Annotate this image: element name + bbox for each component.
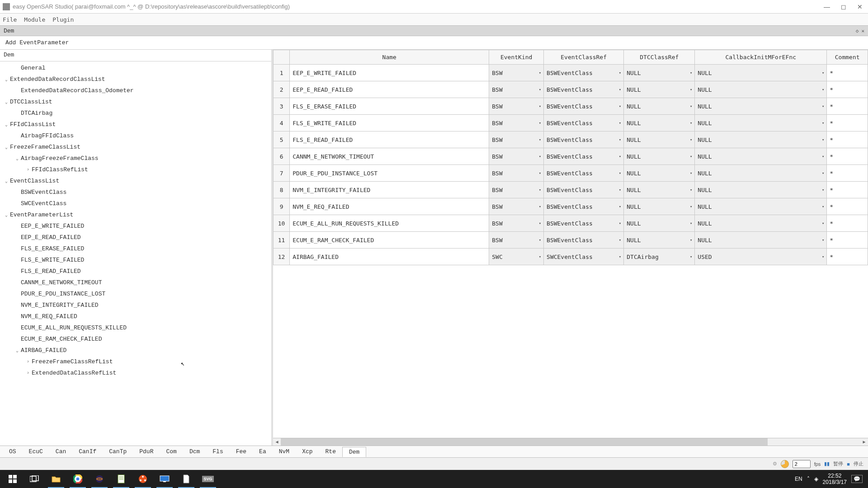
cell-callback[interactable]: NULL▾ bbox=[695, 232, 827, 249]
table-row[interactable]: 6CANNM_E_NETWORK_TIMEOUTBSW▾BSWEventClas… bbox=[274, 148, 868, 165]
dropdown-arrow-icon[interactable]: ▾ bbox=[689, 254, 693, 259]
dropdown-arrow-icon[interactable]: ▾ bbox=[689, 204, 693, 209]
dropdown-arrow-icon[interactable]: ▾ bbox=[821, 221, 826, 225]
chevron-down-icon[interactable]: ⌄ bbox=[3, 122, 10, 127]
table-row[interactable]: 1EEP_E_WRITE_FAILEDBSW▾BSWEventClass▾NUL… bbox=[274, 65, 868, 81]
table-row[interactable]: 2EEP_E_READ_FAILEDBSW▾BSWEventClass▾NULL… bbox=[274, 81, 868, 98]
menu-plugin[interactable]: Plugin bbox=[52, 16, 74, 23]
cell-eventclassref[interactable]: BSWEventClass▾ bbox=[544, 81, 624, 98]
chevron-right-icon[interactable]: › bbox=[24, 359, 32, 364]
taskbar-clock[interactable]: 22:52 2018/3/17 bbox=[823, 473, 847, 486]
dropdown-arrow-icon[interactable]: ▾ bbox=[618, 121, 623, 125]
chevron-down-icon[interactable]: ⌄ bbox=[3, 77, 10, 82]
tree-node[interactable]: General bbox=[0, 62, 271, 74]
pause-icon[interactable]: ▮▮ bbox=[824, 461, 830, 467]
row-number[interactable]: 5 bbox=[274, 131, 290, 148]
cell-dtcclassref[interactable]: NULL▾ bbox=[624, 65, 695, 81]
chevron-down-icon[interactable]: ⌄ bbox=[3, 99, 10, 105]
row-number[interactable]: 2 bbox=[274, 81, 290, 98]
scroll-thumb[interactable] bbox=[281, 438, 768, 446]
tab-com[interactable]: Com bbox=[160, 447, 183, 456]
dropdown-arrow-icon[interactable]: ▾ bbox=[821, 87, 826, 92]
ubuntu-icon[interactable] bbox=[132, 470, 154, 488]
cell-eventkind[interactable]: BSW▾ bbox=[489, 198, 544, 215]
row-number[interactable]: 3 bbox=[274, 98, 290, 115]
tab-cantp[interactable]: CanTp bbox=[103, 447, 133, 456]
dropdown-arrow-icon[interactable]: ▾ bbox=[538, 204, 542, 209]
dropdown-arrow-icon[interactable]: ▾ bbox=[689, 154, 693, 159]
cell-name[interactable]: NVM_E_INTEGRITY_FAILED bbox=[290, 182, 489, 198]
dropdown-arrow-icon[interactable]: ▾ bbox=[821, 171, 826, 175]
tab-rte[interactable]: Rte bbox=[319, 447, 342, 456]
tab-xcp[interactable]: Xcp bbox=[296, 447, 319, 456]
table-row[interactable]: 11ECUM_E_RAM_CHECK_FAILEDBSW▾BSWEventCla… bbox=[274, 232, 868, 249]
dock-float-button[interactable]: ◇ bbox=[856, 28, 859, 34]
table-row[interactable]: 8NVM_E_INTEGRITY_FAILEDBSW▾BSWEventClass… bbox=[274, 182, 868, 198]
tree-node[interactable]: FLS_E_ERASE_FAILED bbox=[0, 243, 271, 254]
dropdown-arrow-icon[interactable]: ▾ bbox=[618, 70, 623, 75]
cell-eventkind[interactable]: BSW▾ bbox=[489, 215, 544, 232]
tab-dcm[interactable]: Dcm bbox=[183, 447, 206, 456]
chevron-down-icon[interactable]: ⌄ bbox=[14, 348, 21, 353]
cell-name[interactable]: FLS_E_ERASE_FAILED bbox=[290, 98, 489, 115]
col-dtcclassref[interactable]: DTCClassRef bbox=[624, 50, 695, 65]
tree-node[interactable]: NVM_E_REQ_FAILED bbox=[0, 311, 271, 322]
scroll-left-arrow[interactable]: ◀ bbox=[273, 439, 281, 445]
tree-node[interactable]: FLS_E_WRITE_FAILED bbox=[0, 254, 271, 266]
cell-dtcclassref[interactable]: NULL▾ bbox=[624, 131, 695, 148]
add-eventparameter-action[interactable]: Add EventParameter bbox=[5, 39, 69, 46]
dropdown-arrow-icon[interactable]: ▾ bbox=[618, 221, 623, 225]
chevron-right-icon[interactable]: › bbox=[24, 167, 32, 172]
task-view-button[interactable] bbox=[24, 470, 45, 488]
dropdown-arrow-icon[interactable]: ▾ bbox=[618, 87, 623, 92]
cell-callback[interactable]: NULL▾ bbox=[695, 148, 827, 165]
dropdown-arrow-icon[interactable]: ▾ bbox=[821, 188, 826, 192]
dropdown-arrow-icon[interactable]: ▾ bbox=[538, 121, 542, 125]
tree-node[interactable]: ⌄FFIdClassList bbox=[0, 119, 271, 130]
tab-dem[interactable]: Dem bbox=[342, 447, 366, 457]
tree-node[interactable]: ›ExtendedDataClassRefList bbox=[0, 367, 271, 379]
chevron-right-icon[interactable]: › bbox=[24, 371, 32, 375]
tree-body[interactable]: General⌄ExtendedDataRecordClassListExten… bbox=[0, 61, 271, 446]
tab-nvm[interactable]: NvM bbox=[273, 447, 296, 456]
cell-name[interactable]: ECUM_E_ALL_RUN_REQUESTS_KILLED bbox=[290, 215, 489, 232]
tree-node[interactable]: EEP_E_READ_FAILED bbox=[0, 232, 271, 243]
dropdown-arrow-icon[interactable]: ▾ bbox=[689, 171, 693, 175]
tree-node[interactable]: CANNM_E_NETWORK_TIMEOUT bbox=[0, 277, 271, 288]
tree-node[interactable]: ⌄AIRBAG_FAILED bbox=[0, 345, 271, 356]
cell-dtcclassref[interactable]: DTCAirbag▾ bbox=[624, 249, 695, 265]
cell-name[interactable]: ECUM_E_RAM_CHECK_FAILED bbox=[290, 232, 489, 249]
dropdown-arrow-icon[interactable]: ▾ bbox=[689, 70, 693, 75]
event-table[interactable]: Name EventKind EventClassRef DTCClassRef… bbox=[273, 50, 868, 265]
cell-comment[interactable]: * bbox=[827, 232, 868, 249]
dropdown-arrow-icon[interactable]: ▾ bbox=[821, 154, 826, 159]
table-row[interactable]: 7PDUR_E_PDU_INSTANCE_LOSTBSW▾BSWEventCla… bbox=[274, 165, 868, 182]
tree-node[interactable]: ⌄EventClassList bbox=[0, 175, 271, 187]
cell-eventclassref[interactable]: BSWEventClass▾ bbox=[544, 232, 624, 249]
cell-eventclassref[interactable]: BSWEventClass▾ bbox=[544, 198, 624, 215]
svg-app-icon[interactable]: SVG bbox=[197, 470, 219, 488]
chevron-down-icon[interactable]: ⌄ bbox=[14, 156, 21, 161]
dropdown-arrow-icon[interactable]: ▾ bbox=[538, 171, 542, 175]
cell-callback[interactable]: NULL▾ bbox=[695, 215, 827, 232]
tray-chevron-up-icon[interactable]: ˄ bbox=[807, 476, 810, 482]
col-name[interactable]: Name bbox=[290, 50, 489, 65]
tab-ecuc[interactable]: EcuC bbox=[23, 447, 49, 456]
cell-dtcclassref[interactable]: NULL▾ bbox=[624, 232, 695, 249]
cell-dtcclassref[interactable]: NULL▾ bbox=[624, 115, 695, 131]
tree-node[interactable]: AirbagFFIdClass bbox=[0, 130, 271, 141]
dropdown-arrow-icon[interactable]: ▾ bbox=[821, 238, 826, 242]
scroll-right-arrow[interactable]: ▶ bbox=[860, 439, 868, 445]
tree-node[interactable]: ECUM_E_ALL_RUN_REQUESTS_KILLED bbox=[0, 322, 271, 333]
tree-node[interactable]: FLS_E_READ_FAILED bbox=[0, 266, 271, 277]
cell-comment[interactable]: * bbox=[827, 131, 868, 148]
dropdown-arrow-icon[interactable]: ▾ bbox=[538, 104, 542, 108]
desktop-icon[interactable] bbox=[154, 470, 175, 488]
chrome-icon[interactable] bbox=[67, 470, 89, 488]
cell-eventkind[interactable]: BSW▾ bbox=[489, 98, 544, 115]
cell-name[interactable]: EEP_E_WRITE_FAILED bbox=[290, 65, 489, 81]
cell-name[interactable]: FLS_E_READ_FAILED bbox=[290, 131, 489, 148]
dropdown-arrow-icon[interactable]: ▾ bbox=[538, 221, 542, 225]
row-number[interactable]: 8 bbox=[274, 182, 290, 198]
row-number[interactable]: 1 bbox=[274, 65, 290, 81]
